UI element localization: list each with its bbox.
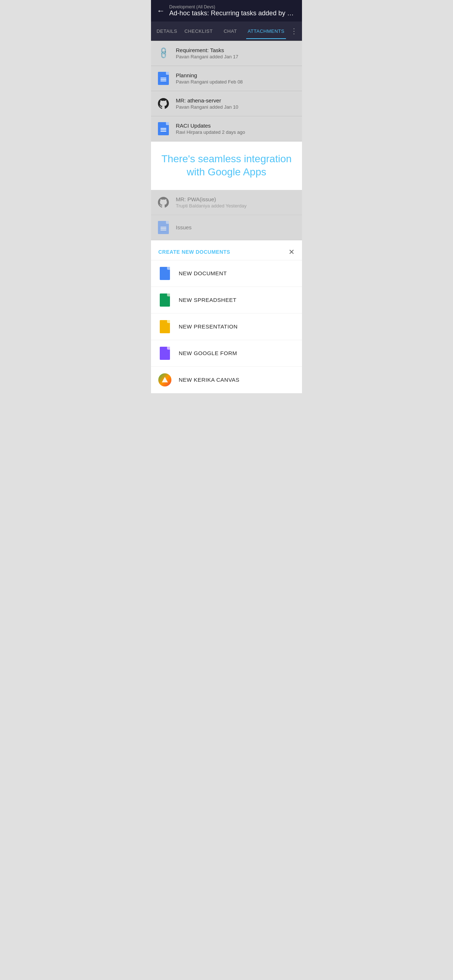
attachment-info: MR: PWA(issue) Trupti Baldaniya added Ye… [176,196,296,208]
new-slides-icon [158,320,171,333]
new-form-label: NEW GOOGLE FORM [179,350,237,356]
new-sheet-icon [158,293,171,307]
attachment-meta: Pavan Rangani added Jan 10 [176,104,296,110]
new-kerika-icon [158,373,171,387]
project-name: Development (All Devs) [169,5,296,10]
new-kerika-canvas-button[interactable]: NEW KERIKA CANVAS [151,367,302,393]
attachment-name: MR: PWA(issue) [176,196,296,202]
more-options-button[interactable]: ⋮ [286,22,302,40]
new-kerika-label: NEW KERIKA CANVAS [179,377,239,383]
attachment-item[interactable]: Issues [151,215,302,240]
back-button[interactable]: ← [157,6,165,16]
attachment-info: RACI Updates Ravi Hirpara updated 2 days… [176,123,296,135]
attachment-meta: Pavan Rangani updated Feb 08 [176,79,296,84]
attachment-list: 🔗 Requirement: Tasks Pavan Rangani added… [151,41,302,240]
new-doc-icon [158,267,171,280]
new-document-label: NEW DOCUMENT [179,270,227,276]
attachment-item[interactable]: Planning Pavan Rangani updated Feb 08 [151,66,302,91]
google-doc-icon [157,122,170,135]
overlay-text: There's seamless integration with Google… [158,153,295,179]
new-presentation-button[interactable]: NEW PRESENTATION [151,313,302,340]
attachment-info: Issues [176,224,296,231]
attachment-info: MR: athena-server Pavan Rangani added Ja… [176,97,296,110]
attachment-name: RACI Updates [176,123,296,129]
attachment-item[interactable]: MR: athena-server Pavan Rangani added Ja… [151,91,302,116]
attachment-name: Issues [176,224,296,231]
close-button[interactable]: ✕ [289,248,295,256]
new-document-button[interactable]: NEW DOCUMENT [151,260,302,287]
header-text: Development (All Devs) Ad-hoc tasks: Rec… [169,5,296,17]
github-icon [157,97,170,110]
new-spreadsheet-button[interactable]: NEW SPREADSHEET [151,287,302,313]
attachment-item[interactable]: MR: PWA(issue) Trupti Baldaniya added Ye… [151,190,302,215]
link-icon: 🔗 [157,47,170,60]
attachment-name: Requirement: Tasks [176,47,296,53]
attachment-meta: Pavan Rangani added Jan 17 [176,54,296,59]
new-presentation-label: NEW PRESENTATION [179,323,238,329]
tab-checklist[interactable]: CHECKLIST [183,23,214,39]
google-doc-icon [157,221,170,234]
bottom-sheet-title: CREATE NEW DOCUMENTS [158,249,230,255]
tab-chat[interactable]: CHAT [214,23,246,39]
tab-bar: DETAILS CHECKLIST CHAT ATTACHMENTS ⋮ [151,22,302,41]
new-spreadsheet-label: NEW SPREADSHEET [179,297,236,303]
tab-details[interactable]: DETAILS [151,23,183,39]
attachment-meta: Ravi Hirpara updated 2 days ago [176,129,296,135]
attachment-info: Planning Pavan Rangani updated Feb 08 [176,72,296,84]
bottom-sheet-header: CREATE NEW DOCUMENTS ✕ [151,240,302,260]
app-header: ← Development (All Devs) Ad-hoc tasks: R… [151,0,302,22]
tab-attachments[interactable]: ATTACHMENTS [246,23,286,39]
github-icon [157,196,170,209]
attachment-item[interactable]: 🔗 Requirement: Tasks Pavan Rangani added… [151,41,302,66]
integration-overlay-banner: There's seamless integration with Google… [151,142,302,190]
task-title: Ad-hoc tasks: Recurring tasks added by … [169,10,296,17]
bottom-sheet: CREATE NEW DOCUMENTS ✕ NEW DOCUMENT NEW … [151,240,302,393]
attachment-info: Requirement: Tasks Pavan Rangani added J… [176,47,296,59]
attachment-name: MR: athena-server [176,97,296,103]
new-form-button[interactable]: NEW GOOGLE FORM [151,340,302,367]
google-doc-icon [157,72,170,85]
attachment-name: Planning [176,72,296,78]
attachment-meta: Trupti Baldaniya added Yesterday [176,203,296,208]
new-form-icon [158,347,171,360]
svg-marker-0 [162,377,168,382]
attachment-item[interactable]: RACI Updates Ravi Hirpara updated 2 days… [151,116,302,142]
